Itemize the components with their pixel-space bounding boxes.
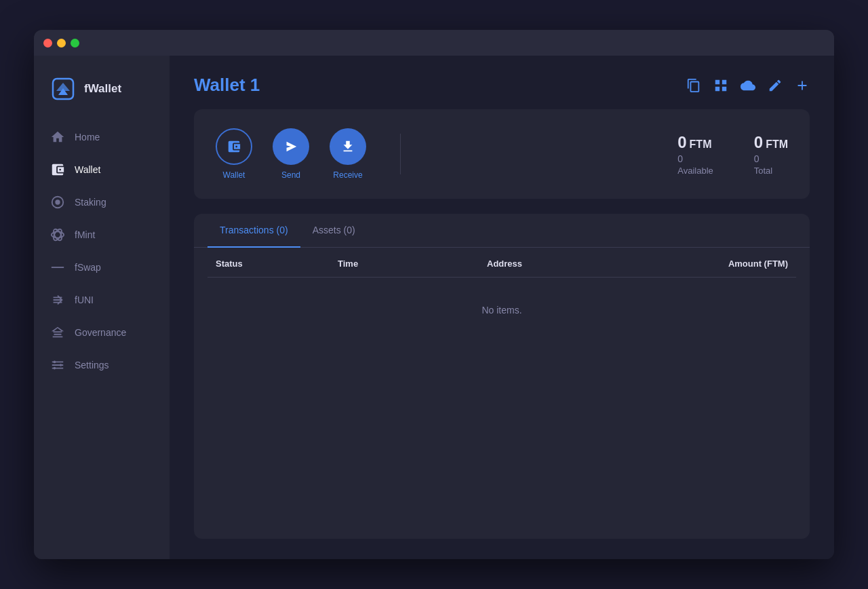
logo-label: fWallet (84, 82, 121, 96)
svg-point-11 (54, 367, 56, 370)
tab-transactions[interactable]: Transactions (0) (208, 214, 300, 248)
table-header: Status Time Address Amount (FTM) (208, 248, 796, 278)
logo-icon (50, 76, 76, 102)
close-button[interactable] (43, 39, 52, 48)
receive-btn-group: Receive (330, 128, 366, 180)
col-time: Time (338, 259, 487, 269)
sidebar-item-staking[interactable]: Staking (34, 186, 170, 218)
staking-icon (50, 195, 65, 210)
col-amount: Amount (FTM) (666, 259, 788, 269)
wallet-btn-icon (226, 139, 241, 154)
sidebar-item-funi[interactable]: fUNI (34, 284, 170, 316)
sidebar-item-label-fmint: fMint (75, 229, 95, 240)
titlebar (34, 30, 834, 56)
settings-icon (50, 358, 65, 373)
page-title: Wallet 1 (194, 75, 260, 96)
app-body: fWallet Home Wallet Staking (34, 56, 834, 559)
main-header: Wallet 1 (170, 56, 834, 109)
sidebar-item-label-settings: Settings (75, 360, 109, 370)
sidebar: fWallet Home Wallet Staking (34, 56, 170, 559)
sidebar-item-wallet[interactable]: Wallet (34, 153, 170, 186)
tab-assets[interactable]: Assets (0) (300, 214, 368, 248)
fswap-icon (50, 260, 65, 275)
available-value: 0 (677, 153, 713, 164)
sidebar-item-label-funi: fUNI (75, 294, 94, 305)
main-area: Wallet 1 (170, 56, 834, 559)
sidebar-item-label-wallet: Wallet (75, 164, 100, 175)
logo-area: fWallet (34, 69, 170, 121)
wallet-icon (50, 162, 65, 177)
minimize-button[interactable] (57, 39, 66, 48)
sidebar-item-home[interactable]: Home (34, 121, 170, 153)
send-btn-icon (283, 139, 298, 154)
header-actions (686, 78, 810, 93)
action-buttons: Wallet Send (216, 128, 366, 180)
sidebar-item-label-fswap: fSwap (75, 262, 101, 273)
table-empty-message: No items. (208, 278, 796, 343)
wallet-button[interactable] (216, 128, 252, 165)
wallet-action-label: Wallet (223, 170, 245, 180)
receive-action-label: Receive (333, 170, 362, 180)
tabs-header: Transactions (0) Assets (0) (194, 214, 810, 248)
sidebar-item-governance[interactable]: Governance (34, 316, 170, 349)
copy-icon[interactable] (686, 78, 701, 93)
sidebar-item-settings[interactable]: Settings (34, 349, 170, 381)
sidebar-item-label-governance: Governance (75, 327, 126, 338)
receive-btn-icon (340, 139, 355, 154)
available-amount: 0FTM (677, 133, 713, 152)
col-status: Status (216, 259, 338, 269)
sidebar-item-fswap[interactable]: fSwap (34, 251, 170, 284)
sidebar-item-label-home: Home (75, 132, 100, 142)
app-window: fWallet Home Wallet Staking (34, 30, 834, 559)
send-btn-group: Send (273, 128, 309, 180)
grid-icon[interactable] (713, 78, 728, 93)
add-wallet-icon[interactable] (795, 78, 810, 93)
home-icon (50, 130, 65, 145)
balance-available: 0FTM 0 Available (677, 133, 713, 176)
main-content: Wallet Send (170, 109, 834, 559)
send-button[interactable] (273, 128, 309, 165)
fmint-icon (50, 227, 65, 242)
col-address: Address (487, 259, 666, 269)
total-value: 0 (754, 153, 788, 164)
available-label: Available (677, 166, 713, 176)
tabs-section: Transactions (0) Assets (0) Status Time … (194, 214, 810, 539)
table-container: Status Time Address Amount (FTM) No item… (194, 248, 810, 356)
cloud-icon[interactable] (741, 78, 755, 93)
sidebar-item-fmint[interactable]: fMint (34, 218, 170, 251)
edit-icon[interactable] (768, 78, 783, 93)
governance-icon (50, 325, 65, 340)
svg-point-4 (55, 200, 60, 204)
sidebar-item-label-staking: Staking (75, 197, 106, 208)
svg-point-10 (60, 364, 62, 366)
send-action-label: Send (281, 170, 300, 180)
traffic-lights (43, 39, 79, 48)
total-label: Total (754, 166, 788, 176)
wallet-btn-group: Wallet (216, 128, 252, 180)
receive-button[interactable] (330, 128, 366, 165)
total-amount: 0FTM (754, 133, 788, 152)
maximize-button[interactable] (71, 39, 79, 48)
svg-point-9 (54, 361, 56, 364)
funi-icon (50, 292, 65, 307)
balance-total: 0FTM 0 Total (754, 133, 788, 176)
wallet-card: Wallet Send (194, 109, 810, 199)
card-divider (400, 134, 401, 174)
balance-group: 0FTM 0 Available 0FTM 0 Total (435, 133, 788, 176)
